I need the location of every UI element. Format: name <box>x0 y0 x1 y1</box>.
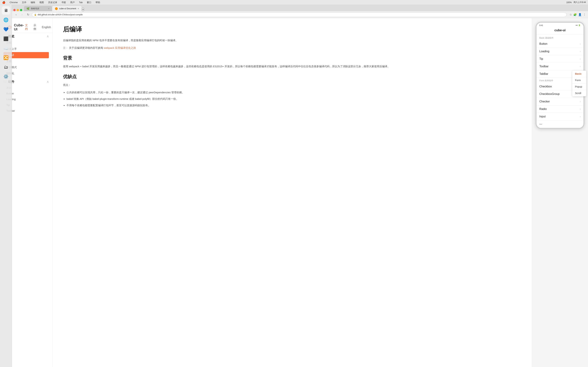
menu-tab[interactable]: Tab <box>78 1 84 4</box>
menu-view[interactable]: 视图 <box>38 1 45 4</box>
macos-dock: 🖥 🌐 💙 ⬛ ☁️ 🔀 🗂 ⚙️ <box>0 5 12 367</box>
phone-item-checkbox-label: Checkbox <box>539 85 552 88</box>
close-window-button[interactable] <box>13 9 16 11</box>
phone-item-button[interactable]: Button › <box>536 40 583 48</box>
phone-signal-icon: ▪▪▪ 🔋 <box>576 24 581 26</box>
tab-close-active-button[interactable]: ✕ <box>78 8 79 10</box>
context-menu: Basic Form Popup Scroll <box>572 71 586 96</box>
browser-actions: ☆ 🧩 👤 ⋮ <box>570 13 586 16</box>
pros-item-2: babel 转换 API（例如 babel-plugin-transform-r… <box>67 96 521 101</box>
phone-item-tip[interactable]: Tip › <box>536 55 583 63</box>
tab-favicon-icon: 🌿 <box>26 7 29 10</box>
address-box[interactable]: 🔒 didi.github.io/cube-ui/#/zh-CN/docs/po… <box>32 12 567 17</box>
menu-user[interactable]: 用户 <box>69 1 76 4</box>
site-nav: 文档示例English <box>25 24 51 31</box>
phone-time: 9:41 <box>539 24 543 26</box>
phone-status-bar: 9:41 ▪▪▪ 🔋 <box>536 23 583 27</box>
minimize-window-button[interactable] <box>17 9 19 11</box>
dock-circle-icon[interactable]: ⚙️ <box>2 72 10 81</box>
menu-window[interactable]: 窗口 <box>85 1 93 4</box>
pros-item-3: 不用每个依赖包都需要配置编译打包环节，甚至可以直接源码级别发布。 <box>67 103 521 108</box>
tab-bar: 🌿 珠峰培训 ✕ 🟠 cube-ui Document ✕ + <box>12 5 588 11</box>
section-background-title: 背景 <box>63 55 521 61</box>
dock-vscode-icon[interactable]: 💙 <box>2 25 10 33</box>
dock-chrome-icon[interactable]: 🌐 <box>2 16 10 24</box>
phone-item-checker-label: Checker <box>539 100 550 103</box>
content-area: 后编译 后编译指的是应用依赖的 NPM 包并不需要在发布前编译，而是随着应用编译… <box>52 18 532 367</box>
tab-cubeui[interactable]: 🟠 cube-ui Document ✕ <box>52 6 82 11</box>
phone-item-loading[interactable]: Loading › <box>536 48 583 55</box>
phone-chevron-input-icon: › <box>580 115 581 118</box>
dock-cloud-icon[interactable]: ☁️ <box>2 44 10 52</box>
dock-git-icon[interactable]: 🔀 <box>2 53 10 62</box>
note-prefix: 注： <box>63 46 68 49</box>
phone-chevron-loading-icon: › <box>580 50 581 53</box>
url-text: didi.github.io/cube-ui/#/zh-CN/docs/post… <box>38 13 83 16</box>
pros-item-1: 公共的依赖可以实现共用，只此一份，重要的是只编译一次，建议通过 peerDepe… <box>67 90 521 95</box>
phone-basic-section: Basic 基础组件 <box>536 34 583 40</box>
dock-finder-icon[interactable]: 🖥 <box>2 6 10 15</box>
note-link[interactable]: webpack 应用编译优化之路 <box>104 46 136 49</box>
tab-close-button[interactable]: ✕ <box>48 8 50 10</box>
main-layout: Cube-UI 文档示例English 01 概览 ∧ 介绍 快速上手 后编译 … <box>0 18 588 367</box>
section-chevron-icon: ∧ <box>47 34 49 38</box>
phone-item-checker[interactable]: Checker › <box>536 98 583 105</box>
pros-label: 优点： <box>63 83 521 87</box>
macos-status-icons: 100% 周六上午9:44 <box>566 1 586 4</box>
clock: 周六上午9:44 <box>573 1 586 4</box>
right-panel: 9:41 ▪▪▪ 🔋 cube-ui Basic 基础组件 Button › L… <box>532 18 588 367</box>
content-intro: 后编译指的是应用依赖的 NPM 包并不需要在发布前编译，而是随着应用编译打包的时… <box>63 38 521 43</box>
context-menu-item-scroll[interactable]: Scroll <box>572 90 586 96</box>
reload-button[interactable]: ↻ <box>26 13 30 17</box>
note-text: 关于后编译更详细内容可参阅 <box>69 46 103 49</box>
phone-item-toolbar[interactable]: Toolbar › <box>536 63 583 70</box>
content-background: 使用 webpack + babel 开发应用越来越多，而且一般都是通过 NPM… <box>63 64 521 69</box>
context-menu-item-basic[interactable]: Basic <box>572 71 586 77</box>
menu-file[interactable]: 文件 <box>20 1 28 4</box>
phone-item-checkboxgroup-label: CheckboxGroup <box>539 92 560 96</box>
tab-title: 珠峰培训 <box>31 7 39 10</box>
phone-app-title: cube-ui <box>536 27 583 34</box>
menu-help[interactable]: 帮助 <box>94 1 102 4</box>
bookmark-star-icon[interactable]: ☆ <box>570 13 572 16</box>
apple-logo-icon[interactable]: 🍎 <box>2 1 5 4</box>
phone-item-more[interactable]: — <box>536 120 583 128</box>
phone-item-radio[interactable]: Radio › <box>536 105 583 113</box>
menu-edit[interactable]: 编辑 <box>29 1 37 4</box>
phone-item-input[interactable]: Input › <box>536 113 583 120</box>
phone-item-tip-label: Tip <box>539 57 543 60</box>
forward-button[interactable]: › <box>20 13 24 17</box>
back-button[interactable]: ‹ <box>14 13 18 17</box>
address-bar-row: ‹ › ↻ 🔒 didi.github.io/cube-ui/#/zh-CN/d… <box>12 11 588 18</box>
menu-chrome[interactable]: Chrome <box>8 1 19 4</box>
phone-chevron-toolbar-icon: › <box>580 65 581 68</box>
lock-icon: 🔒 <box>34 13 37 16</box>
dock-folder-icon[interactable]: 🗂 <box>2 63 10 71</box>
phone-item-toolbar-label: Toolbar <box>539 65 548 68</box>
extensions-icon[interactable]: 🧩 <box>573 13 577 16</box>
context-menu-item-form[interactable]: Form <box>572 77 586 83</box>
menu-bookmarks[interactable]: 书签 <box>60 1 67 4</box>
dock-terminal-icon[interactable]: ⬛ <box>2 35 10 43</box>
new-tab-button[interactable]: + <box>82 8 84 11</box>
profile-icon[interactable]: 👤 <box>578 13 582 16</box>
maximize-window-button[interactable] <box>20 9 22 11</box>
section-chevron-icon-2: ∧ <box>47 80 49 84</box>
battery-status: 100% <box>566 1 572 4</box>
phone-chevron-icon: › <box>580 42 581 45</box>
phone-item-radio-label: Radio <box>539 108 547 111</box>
context-menu-item-popup[interactable]: Popup <box>572 83 586 90</box>
phone-item-loading-label: Loading <box>539 50 549 53</box>
phone-chevron-checker-icon: › <box>580 100 581 103</box>
content-note: 注： 关于后编译更详细内容可参阅 webpack 应用编译优化之路 <box>63 45 521 50</box>
menu-dots-icon[interactable]: ⋮ <box>583 13 586 16</box>
nav-link-English[interactable]: English <box>42 26 51 29</box>
phone-item-tabbar-label: TabBar <box>539 72 548 75</box>
nav-link-文档[interactable]: 文档 <box>25 24 28 31</box>
tab-favicon-active-icon: 🟠 <box>55 7 58 10</box>
nav-link-示例[interactable]: 示例 <box>34 24 36 31</box>
menu-history[interactable]: 历史记录 <box>47 1 59 4</box>
macos-menubar: 🍎 Chrome 文件 编辑 视图 历史记录 书签 用户 Tab 窗口 帮助 1… <box>0 0 588 5</box>
tab-zhufeng[interactable]: 🌿 珠峰培训 ✕ <box>24 6 52 11</box>
phone-chevron-tip-icon: › <box>580 57 581 60</box>
